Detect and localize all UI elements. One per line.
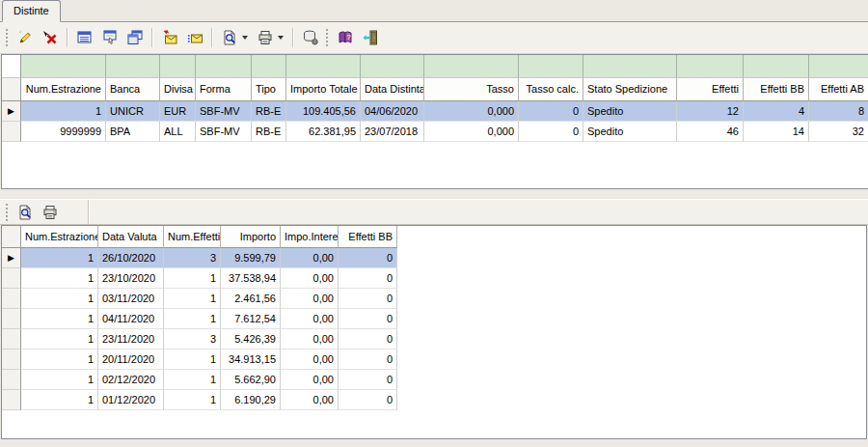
table-cell[interactable]: 0 xyxy=(519,101,583,122)
column-header[interactable]: Tasso calc. xyxy=(519,78,583,101)
table-cell[interactable]: EUR xyxy=(160,101,196,122)
table-cell[interactable]: 0 xyxy=(339,289,397,309)
table-cell[interactable]: 1 xyxy=(164,309,221,329)
row-selector[interactable] xyxy=(2,349,21,370)
toolbar-grip[interactable] xyxy=(6,204,8,221)
table-cell[interactable]: 0,00 xyxy=(281,329,339,349)
table-cell[interactable]: 6.190,29 xyxy=(221,390,281,410)
table-cell[interactable]: 1 xyxy=(21,349,98,370)
table-cell[interactable]: 23/11/2020 xyxy=(98,329,164,349)
table-row[interactable]: 102/12/202015.662,900,000 xyxy=(2,370,866,390)
column-header[interactable]: Banca xyxy=(106,78,160,101)
records-window-button[interactable] xyxy=(73,27,96,48)
table-cell[interactable]: 2.461,56 xyxy=(221,289,281,309)
table-cell[interactable]: 1 xyxy=(21,248,98,268)
table-cell[interactable]: 0 xyxy=(339,329,397,349)
table-cell[interactable]: ALL xyxy=(160,122,196,142)
table-cell[interactable]: 1 xyxy=(164,370,221,390)
column-header[interactable]: Effetti BB xyxy=(339,226,397,248)
table-cell[interactable]: 23/07/2018 xyxy=(361,122,424,142)
column-header[interactable]: Num.Effetti xyxy=(164,226,221,248)
table-cell[interactable]: BPA xyxy=(106,122,160,142)
exit-button[interactable] xyxy=(359,27,382,48)
properties-button[interactable] xyxy=(98,27,122,48)
table-cell[interactable]: SBF-MV xyxy=(196,101,252,122)
table-cell[interactable]: 5.426,39 xyxy=(221,329,281,349)
table-cell[interactable]: 1 xyxy=(21,309,98,329)
table-cell[interactable]: 0 xyxy=(519,122,583,142)
row-selector[interactable]: ▶ xyxy=(2,248,21,268)
column-header[interactable]: Data Distinta xyxy=(361,78,424,101)
column-header[interactable]: Divisa xyxy=(160,78,196,101)
table-cell[interactable]: 7.612,54 xyxy=(221,309,281,329)
row-selector[interactable] xyxy=(2,309,21,329)
table-cell[interactable]: 23/10/2020 xyxy=(98,268,164,289)
table-row[interactable]: 9999999BPAALLSBF-MVRB-E62.381,9523/07/20… xyxy=(2,122,868,142)
table-cell[interactable]: 1 xyxy=(164,349,221,370)
column-header[interactable]: Data Valuta xyxy=(98,226,164,248)
print-preview-dropdown[interactable] xyxy=(242,36,248,40)
database-settings-button[interactable] xyxy=(299,27,322,48)
table-cell[interactable]: 04/06/2020 xyxy=(361,101,424,122)
table-cell[interactable]: 9999999 xyxy=(21,122,106,142)
table-cell[interactable]: 1 xyxy=(21,370,98,390)
table-cell[interactable]: 01/12/2020 xyxy=(98,390,164,410)
send-mail-button[interactable] xyxy=(158,27,181,48)
table-cell[interactable]: SBF-MV xyxy=(196,122,252,142)
table-cell[interactable]: 0 xyxy=(339,390,397,410)
table-cell[interactable]: 0,00 xyxy=(281,268,339,289)
table-cell[interactable]: 0,00 xyxy=(281,370,339,390)
table-cell[interactable]: Spedito xyxy=(583,101,677,122)
table-cell[interactable]: 14 xyxy=(744,122,809,142)
column-header[interactable]: Impo.Interes xyxy=(281,226,339,248)
table-row[interactable]: 101/12/202016.190,290,000 xyxy=(2,390,866,410)
row-selector[interactable] xyxy=(2,370,21,390)
table-cell[interactable]: 0,00 xyxy=(281,289,339,309)
table-cell[interactable]: 0,00 xyxy=(281,349,339,370)
table-cell[interactable]: 109.405,56 xyxy=(286,101,361,122)
table-cell[interactable]: 03/11/2020 xyxy=(98,289,164,309)
table-cell[interactable]: 1 xyxy=(21,101,106,122)
table-row[interactable]: 103/11/202012.461,560,000 xyxy=(2,289,866,309)
table-cell[interactable]: 1 xyxy=(164,289,221,309)
table-cell[interactable]: 0 xyxy=(339,309,397,329)
table-cell[interactable]: 0,000 xyxy=(424,101,519,122)
column-header[interactable]: Num.Estrazione xyxy=(21,78,106,101)
table-cell[interactable]: 4 xyxy=(744,101,809,122)
table-cell[interactable]: 0,00 xyxy=(281,248,339,268)
table-cell[interactable]: 32 xyxy=(809,122,868,142)
table-cell[interactable]: 02/12/2020 xyxy=(98,370,164,390)
table-cell[interactable]: 0,00 xyxy=(281,390,339,410)
row-selector[interactable] xyxy=(2,122,21,142)
table-cell[interactable]: 46 xyxy=(677,122,744,142)
table-cell[interactable]: 1 xyxy=(164,390,221,410)
row-selector[interactable] xyxy=(2,390,21,410)
table-cell[interactable]: 0 xyxy=(339,268,397,289)
cascade-windows-button[interactable] xyxy=(123,27,147,48)
column-header[interactable]: Num.Estrazione xyxy=(21,226,98,248)
row-selector[interactable]: ▶ xyxy=(2,101,21,122)
table-cell[interactable]: RB-E xyxy=(252,101,286,122)
row-selector[interactable] xyxy=(2,268,21,289)
table-row[interactable]: 123/11/202035.426,390,000 xyxy=(2,329,866,349)
column-header[interactable]: Stato Spedizione xyxy=(583,78,677,101)
table-row[interactable]: ▶126/10/202039.599,790,000 xyxy=(2,248,866,268)
table-cell[interactable]: 1 xyxy=(21,390,98,410)
detail-print-preview-button[interactable] xyxy=(14,202,37,223)
column-header[interactable]: Tasso xyxy=(424,78,519,101)
column-header[interactable]: Importo Totale xyxy=(286,78,361,101)
print-preview-button[interactable] xyxy=(218,27,241,48)
table-cell[interactable]: 8 xyxy=(809,101,868,122)
table-cell[interactable]: UNICR xyxy=(106,101,160,122)
table-cell[interactable]: 62.381,95 xyxy=(286,122,361,142)
print-dropdown[interactable] xyxy=(278,36,284,40)
delete-button[interactable] xyxy=(39,27,62,48)
tab-distinte[interactable]: Distinte xyxy=(2,0,61,22)
table-cell[interactable]: Spedito xyxy=(583,122,677,142)
table-cell[interactable]: 3 xyxy=(164,329,221,349)
column-header[interactable]: Effetti AB xyxy=(809,78,868,101)
table-cell[interactable]: 0,00 xyxy=(281,309,339,329)
table-cell[interactable]: 1 xyxy=(21,329,98,349)
row-selector[interactable] xyxy=(2,329,21,349)
column-header[interactable]: Importo xyxy=(221,226,281,248)
